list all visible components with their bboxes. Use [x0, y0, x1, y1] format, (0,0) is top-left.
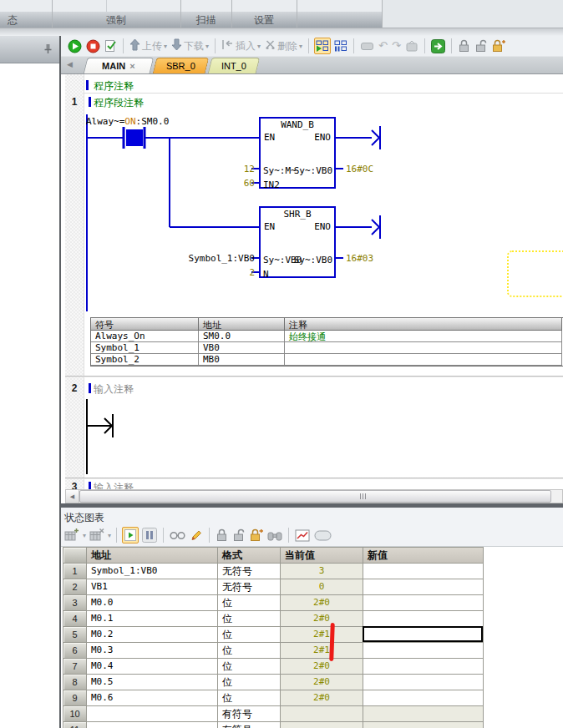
address-cell[interactable]: M0.6 — [87, 690, 218, 706]
format-cell[interactable]: 位 — [218, 659, 281, 675]
read-all-button[interactable] — [169, 527, 186, 543]
add-force-button[interactable] — [248, 527, 264, 543]
force-button[interactable] — [215, 527, 229, 543]
format-cell[interactable]: 有符号 — [218, 706, 281, 722]
network-3-number[interactable]: 3 — [65, 481, 84, 489]
scroll-left-icon[interactable]: ◀ — [66, 490, 79, 503]
row-number[interactable]: 2 — [63, 579, 87, 595]
network-3-comment[interactable]: 输入注释 — [94, 481, 134, 489]
row-number[interactable]: 9 — [63, 690, 87, 706]
tab-sbr0[interactable]: SBR_0 — [153, 58, 210, 73]
program-comment[interactable]: 程序注释 — [94, 79, 134, 94]
format-cell[interactable]: 位 — [218, 675, 281, 690]
chevron-down-icon[interactable]: ▾ — [164, 43, 167, 50]
address-cell[interactable]: Symbol_1:VB0 — [87, 564, 218, 579]
tab-scroll-left-icon[interactable]: ◀ — [67, 60, 73, 68]
address-cell[interactable]: M0.3 — [87, 643, 218, 659]
chevron-down-icon[interactable]: ▾ — [205, 43, 209, 50]
chevron-down-icon[interactable]: ▾ — [257, 43, 261, 50]
address-cell[interactable]: M0.1 — [87, 611, 218, 627]
tab-main[interactable]: MAIN × — [84, 58, 155, 73]
format-cell[interactable]: 位 — [218, 627, 281, 643]
row-number[interactable]: 11 — [63, 722, 87, 728]
format-cell[interactable]: 有符号 — [218, 722, 281, 728]
close-icon[interactable]: × — [129, 61, 134, 71]
address-cell[interactable]: VB1 — [87, 579, 218, 595]
format-cell[interactable]: 无符号 — [218, 579, 281, 595]
new-value-cell[interactable] — [363, 595, 484, 611]
pause-program-status-button[interactable] — [333, 38, 348, 54]
scrollbar-thumb[interactable] — [79, 490, 551, 503]
format-cell[interactable]: 位 — [218, 643, 281, 659]
unlock-icon[interactable] — [474, 38, 488, 54]
delete-button[interactable]: 删除 ▾ — [264, 38, 303, 54]
trend-view-button[interactable] — [294, 527, 311, 543]
run-button[interactable] — [67, 38, 83, 54]
program-status-button[interactable] — [314, 38, 331, 54]
clear-bookmarks-button[interactable] — [404, 38, 419, 54]
row-number[interactable]: 8 — [63, 675, 87, 690]
download-button[interactable]: 下载 ▾ — [170, 38, 210, 54]
row-number[interactable]: 7 — [63, 659, 87, 675]
new-value-cell[interactable] — [363, 611, 484, 627]
stop-button[interactable] — [85, 38, 101, 54]
compile-button[interactable] — [104, 38, 118, 54]
new-value-cell[interactable] — [363, 579, 484, 595]
new-value-cell[interactable] — [363, 564, 484, 579]
selected-new-value-cell[interactable] — [363, 626, 483, 642]
network-2-comment[interactable]: 输入注释 — [94, 382, 134, 397]
address-cell[interactable]: M0.0 — [87, 595, 218, 611]
navigate-button[interactable] — [430, 38, 446, 54]
row-number[interactable]: 6 — [63, 643, 87, 659]
row-number[interactable]: 10 — [63, 706, 87, 722]
trend-toggle-button[interactable] — [313, 527, 332, 543]
new-value-cell[interactable] — [363, 675, 484, 690]
next-bookmark-icon[interactable]: ↷ — [391, 38, 402, 54]
wand-b-block[interactable]: WAND_B EN ENO Sy~:M~ Sy~:VB0 IN2 — [259, 117, 336, 189]
delete-row-button[interactable] — [89, 527, 105, 543]
lock-icon[interactable] — [457, 38, 471, 54]
read-force-button[interactable] — [266, 527, 283, 543]
row-number[interactable]: 1 — [63, 564, 87, 579]
network-1-number[interactable]: 1 — [65, 96, 84, 108]
chevron-down-icon[interactable]: ▾ — [83, 532, 86, 539]
write-all-button[interactable] — [189, 527, 204, 543]
symbol-cell: Symbol_1 — [91, 342, 199, 354]
row-number[interactable]: 3 — [63, 595, 87, 611]
add-lock-icon[interactable] — [490, 38, 506, 54]
add-row-button[interactable] — [63, 527, 80, 543]
address-cell[interactable]: M0.4 — [87, 659, 218, 675]
pin-icon[interactable] — [43, 43, 53, 58]
bookmark-button[interactable] — [359, 38, 375, 54]
horizontal-scrollbar[interactable]: ◀ — [65, 489, 563, 503]
address-cell[interactable]: M0.2 — [87, 627, 218, 643]
address-cell[interactable]: M0.5 — [87, 675, 218, 690]
chart-status-button[interactable] — [122, 527, 139, 543]
format-cell[interactable]: 位 — [218, 611, 281, 627]
row-number[interactable]: 4 — [63, 611, 87, 627]
row-number[interactable]: 5 — [63, 627, 87, 643]
address-cell[interactable] — [87, 722, 218, 728]
format-cell[interactable]: 位 — [218, 690, 281, 706]
new-value-cell[interactable] — [363, 690, 484, 706]
format-cell[interactable]: 无符号 — [218, 564, 281, 579]
shr-b-block[interactable]: SHR_B EN ENO Sy~:VB0 Sy~:VB0 N — [259, 206, 336, 278]
new-value-cell[interactable] — [363, 659, 484, 675]
upload-button[interactable]: 上传 ▾ — [129, 38, 168, 54]
address-cell[interactable] — [87, 706, 218, 722]
chevron-down-icon[interactable]: ▾ — [108, 532, 111, 539]
network-2-number[interactable]: 2 — [65, 382, 84, 394]
unforce-button[interactable] — [231, 527, 246, 543]
chevron-down-icon[interactable]: ▾ — [299, 43, 302, 50]
tab-int0[interactable]: INT_0 — [208, 58, 261, 73]
block-en: EN — [264, 221, 275, 232]
new-value-cell[interactable] — [363, 722, 484, 728]
network-1-comment[interactable]: 程序段注释 — [94, 96, 144, 110]
new-value-cell[interactable] — [363, 643, 484, 659]
insert-button[interactable]: 插入 ▾ — [221, 38, 261, 54]
previous-bookmark-icon[interactable]: ↶ — [378, 38, 388, 54]
pause-chart-button[interactable] — [141, 527, 158, 543]
contact-label[interactable]: Alway~=ON:SM0.0 — [86, 116, 169, 127]
new-value-cell[interactable] — [363, 706, 484, 722]
format-cell[interactable]: 位 — [218, 595, 281, 611]
